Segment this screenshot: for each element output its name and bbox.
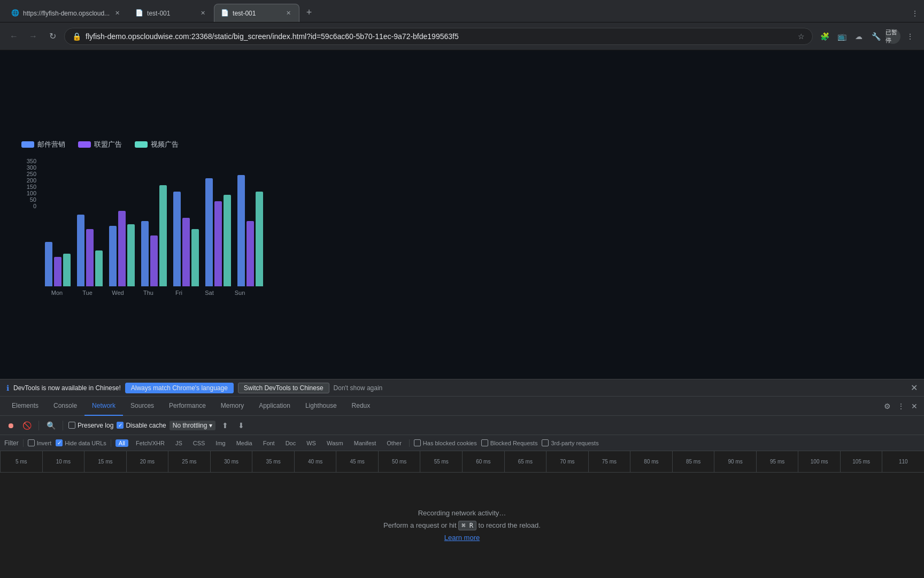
third-party-checkbox[interactable] <box>542 439 549 446</box>
has-blocked-cookies-checkbox[interactable] <box>414 439 421 446</box>
bar-video-wed <box>127 224 135 286</box>
bookmark-icon[interactable]: ☆ <box>798 32 805 41</box>
devtools-settings-icon[interactable]: ⚙ <box>882 400 893 413</box>
y-label-0: 0 <box>33 203 36 209</box>
y-axis: 350 300 250 200 150 100 50 0 <box>21 158 41 308</box>
tl-label-1: 10 ms <box>42 451 84 472</box>
banner-switch-chinese-button[interactable]: Switch DevTools to Chinese <box>238 383 329 393</box>
bars-area <box>41 158 267 286</box>
tab-performance[interactable]: Performance <box>161 397 213 416</box>
tab-application[interactable]: Application <box>251 397 298 416</box>
tab-favicon-3: 📄 <box>221 9 229 18</box>
filter-doc[interactable]: Doc <box>282 439 299 447</box>
disable-cache-group: ✓ Disable cache <box>117 422 166 429</box>
tl-label-19: 100 ms <box>798 451 840 472</box>
tab-3[interactable]: 📄 test-001 ✕ <box>214 4 299 22</box>
cast-button[interactable]: 📺 <box>834 29 849 44</box>
tab-console[interactable]: Console <box>46 397 84 416</box>
banner-close-button[interactable]: ✕ <box>911 383 918 393</box>
search-button[interactable]: 🔍 <box>44 419 57 432</box>
extensions-icon[interactable]: 🔧 <box>868 29 883 44</box>
filter-wasm[interactable]: Wasm <box>324 439 346 447</box>
profile-button[interactable]: 已暂停 <box>886 29 900 44</box>
x-label-mon: Mon <box>45 290 69 296</box>
x-labels: MonTueWedThuFriSatSun <box>41 286 267 296</box>
extensions-button[interactable]: 🧩 <box>817 29 832 44</box>
back-button[interactable]: ← <box>6 29 21 44</box>
throttling-select[interactable]: No throttling ▾ <box>170 421 216 430</box>
import-button[interactable]: ⬆ <box>219 419 232 432</box>
invert-group: Invert <box>28 439 52 446</box>
tl-label-13: 70 ms <box>546 451 588 472</box>
tab-bar-menu[interactable]: ⋮ <box>910 8 920 19</box>
bar-video-tue <box>95 250 103 286</box>
learn-more-link[interactable]: Learn more <box>444 534 480 542</box>
banner-text: DevTools is now available in Chinese! <box>13 384 121 392</box>
preserve-log-checkbox[interactable] <box>68 422 75 429</box>
record-button[interactable]: ⏺ <box>4 419 17 432</box>
filter-other[interactable]: Other <box>383 439 405 447</box>
tab-memory[interactable]: Memory <box>213 397 251 416</box>
blocked-requests-checkbox[interactable] <box>481 439 488 446</box>
info-icon: ℹ <box>6 384 9 392</box>
menu-button[interactable]: ⋮ <box>903 29 918 44</box>
opscloud-icon[interactable]: ☁ <box>851 29 866 44</box>
y-label-300: 300 <box>27 164 36 171</box>
address-bar: ← → ↻ 🔒 flyfish-demo.opscloudwise.com:23… <box>0 22 924 50</box>
filter-fetch-xhr[interactable]: Fetch/XHR <box>133 439 168 447</box>
invert-checkbox[interactable] <box>28 439 35 446</box>
forward-button[interactable]: → <box>26 29 41 44</box>
tab-close-1[interactable]: ✕ <box>113 9 121 18</box>
filter-media[interactable]: Media <box>233 439 256 447</box>
filter-css[interactable]: CSS <box>190 439 209 447</box>
bars-tue <box>77 215 103 286</box>
bar-union-sun <box>247 221 254 286</box>
filter-js[interactable]: JS <box>172 439 186 447</box>
address-bar-input[interactable]: 🔒 flyfish-demo.opscloudwise.com:23368/st… <box>64 28 813 45</box>
banner-match-language-button[interactable]: Always match Chrome's language <box>125 383 234 393</box>
new-tab-button[interactable]: + <box>302 5 317 20</box>
filter-sep-2 <box>111 439 111 447</box>
devtools-tabs: Elements Console Network Sources Perform… <box>0 397 924 416</box>
hide-data-urls-checkbox[interactable]: ✓ <box>56 439 63 446</box>
devtools-close-icon[interactable]: ✕ <box>909 400 920 413</box>
bar-email-mon <box>45 242 52 286</box>
y-label-50: 50 <box>30 196 36 203</box>
tab-close-3[interactable]: ✕ <box>284 9 292 18</box>
bars-mon <box>45 242 71 286</box>
tab-elements[interactable]: Elements <box>4 397 46 416</box>
hide-data-urls-group: ✓ Hide data URLs <box>56 439 106 446</box>
y-label-200: 200 <box>27 177 36 184</box>
tl-label-0: 5 ms <box>0 451 42 472</box>
bar-group-tue <box>77 215 103 286</box>
tab-redux[interactable]: Redux <box>344 397 378 416</box>
banner-dismiss-button[interactable]: Don't show again <box>334 384 383 392</box>
chart-container: 邮件营销 联盟广告 视频广告 350 30 <box>21 140 299 311</box>
reload-button[interactable]: ↻ <box>45 29 60 44</box>
clear-button[interactable]: 🚫 <box>20 419 33 432</box>
filter-font[interactable]: Font <box>260 439 278 447</box>
export-button[interactable]: ⬇ <box>235 419 248 432</box>
throttling-label: No throttling <box>173 422 207 429</box>
tab-lighthouse[interactable]: Lighthouse <box>298 397 344 416</box>
bar-union-mon <box>54 257 61 286</box>
tl-label-14: 75 ms <box>588 451 630 472</box>
filter-img[interactable]: Img <box>212 439 228 447</box>
filter-all[interactable]: All <box>116 439 128 447</box>
throttling-chevron: ▾ <box>209 422 212 429</box>
recording-text: Recording network activity… <box>418 509 506 517</box>
disable-cache-checkbox[interactable]: ✓ <box>117 422 124 429</box>
tab-network[interactable]: Network <box>84 397 123 416</box>
bar-group-sat <box>205 178 231 286</box>
filter-ws[interactable]: WS <box>303 439 319 447</box>
filter-manifest[interactable]: Manifest <box>351 439 380 447</box>
devtools-more-icon[interactable]: ⋮ <box>895 400 907 413</box>
x-label-fri: Fri <box>167 290 191 296</box>
tab-1[interactable]: 🌐 https://flyfish-demo.opscloud... ✕ <box>4 4 128 22</box>
tab-sources[interactable]: Sources <box>123 397 161 416</box>
tab-close-2[interactable]: ✕ <box>198 9 207 18</box>
legend-color-email <box>21 141 34 148</box>
legend-label-email: 邮件营销 <box>37 140 65 149</box>
tab-2[interactable]: 📄 test-001 ✕ <box>128 4 214 22</box>
tab-bar: 🌐 https://flyfish-demo.opscloud... ✕ 📄 t… <box>0 0 924 22</box>
